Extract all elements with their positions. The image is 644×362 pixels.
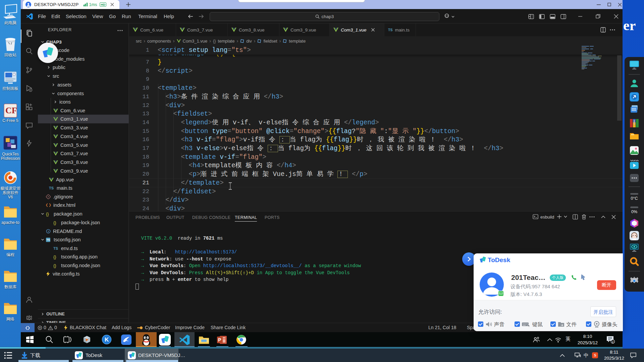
svg-text:P: P [218, 337, 221, 343]
svg-text:2: 2 [612, 340, 613, 344]
svg-text:CF: CF [5, 106, 17, 115]
svg-text:K: K [105, 337, 109, 343]
